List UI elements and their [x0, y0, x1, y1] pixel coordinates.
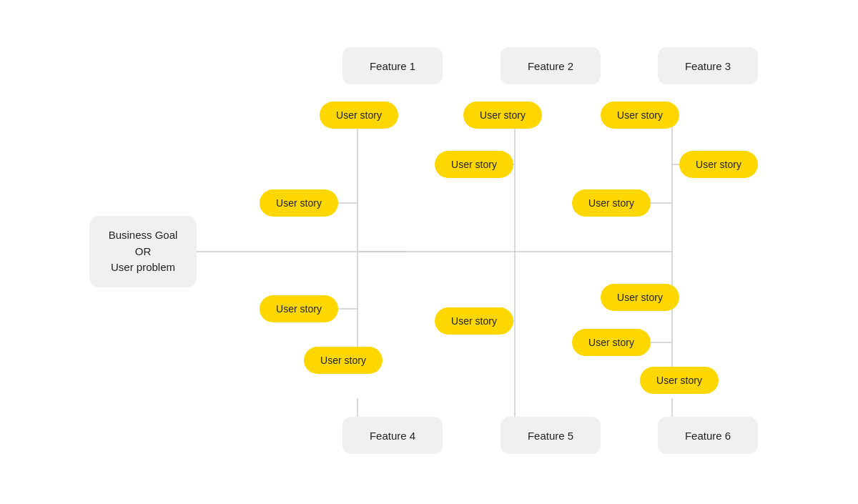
story3-label: User story: [617, 109, 663, 121]
story5-label: User story: [696, 159, 741, 170]
story11-label: User story: [588, 337, 634, 348]
feature4-node[interactable]: Feature 4: [342, 417, 443, 454]
feature3-node[interactable]: Feature 3: [658, 47, 758, 84]
feature6-node[interactable]: Feature 6: [658, 417, 758, 454]
story13-node[interactable]: User story: [640, 367, 719, 394]
feature4-label: Feature 4: [370, 430, 415, 442]
story2-label: User story: [480, 109, 526, 121]
story13-label: User story: [656, 375, 702, 386]
story7-node[interactable]: User story: [572, 189, 651, 217]
feature1-label: Feature 1: [370, 60, 415, 72]
feature2-label: Feature 2: [528, 60, 573, 72]
goal-node[interactable]: Business Goal OR User problem: [89, 216, 197, 287]
story9-label: User story: [451, 315, 497, 327]
feature2-node[interactable]: Feature 2: [500, 47, 601, 84]
story5-node[interactable]: User story: [679, 151, 758, 178]
story11-node[interactable]: User story: [572, 329, 651, 356]
story12-label: User story: [320, 355, 366, 366]
story10-label: User story: [617, 292, 663, 303]
story8-label: User story: [276, 303, 322, 315]
story2-node[interactable]: User story: [463, 102, 542, 129]
story10-node[interactable]: User story: [601, 284, 679, 311]
story9-node[interactable]: User story: [435, 307, 513, 335]
feature1-node[interactable]: Feature 1: [342, 47, 443, 84]
story3-node[interactable]: User story: [601, 102, 679, 129]
story6-node[interactable]: User story: [260, 189, 338, 217]
story1-label: User story: [336, 109, 382, 121]
story4-node[interactable]: User story: [435, 151, 513, 178]
feature5-label: Feature 5: [528, 430, 573, 442]
story4-label: User story: [451, 159, 497, 170]
story6-label: User story: [276, 197, 322, 209]
feature5-node[interactable]: Feature 5: [500, 417, 601, 454]
feature6-label: Feature 6: [685, 430, 731, 442]
story8-node[interactable]: User story: [260, 295, 338, 322]
story12-node[interactable]: User story: [304, 347, 383, 374]
goal-label: Business Goal OR User problem: [109, 227, 178, 276]
story1-node[interactable]: User story: [320, 102, 398, 129]
story7-label: User story: [588, 197, 634, 209]
feature3-label: Feature 3: [685, 60, 731, 72]
diagram-container: Business Goal OR User problem Feature 1 …: [0, 0, 858, 504]
